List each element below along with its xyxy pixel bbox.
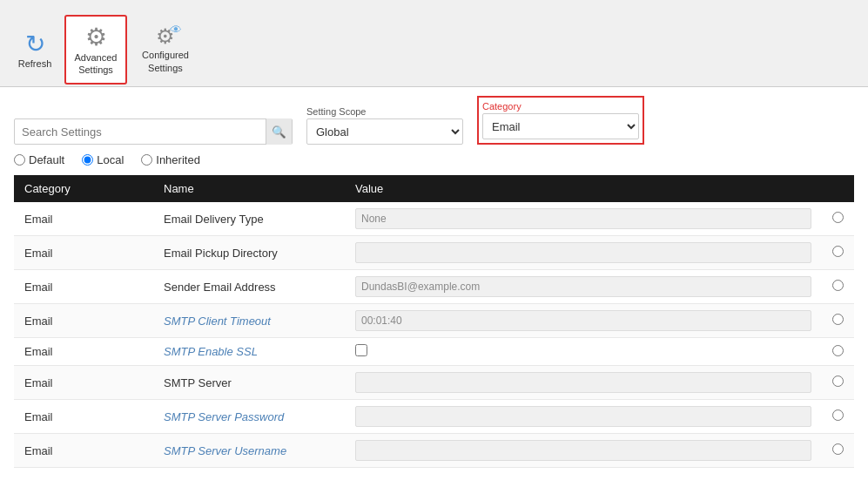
cell-radio <box>822 202 854 236</box>
row-radio[interactable] <box>832 443 844 455</box>
table-row: EmailEmail Delivery Type <box>14 202 854 236</box>
scope-label: Setting Scope <box>306 106 463 117</box>
col-header-value: Value <box>345 175 822 202</box>
row-radio[interactable] <box>832 409 844 421</box>
cell-category: Email <box>14 366 153 400</box>
cell-category: Email <box>14 236 153 270</box>
refresh-icon: ↻ <box>25 30 45 58</box>
advanced-settings-label: AdvancedSettings <box>75 51 118 77</box>
configured-settings-label: ConfiguredSettings <box>142 49 189 74</box>
cell-radio <box>822 270 854 304</box>
radio-local-label[interactable]: Local <box>82 153 124 166</box>
cell-name[interactable]: SMTP Enable SSL <box>153 338 345 366</box>
row-radio[interactable] <box>832 314 844 325</box>
cell-radio <box>822 304 854 338</box>
table-row: EmailSMTP Client Timeout <box>14 304 854 338</box>
table-row: EmailSMTP Server Username <box>14 434 854 468</box>
cell-name[interactable]: SMTP Client Timeout <box>153 304 345 338</box>
cell-name: SMTP Server <box>153 366 345 400</box>
cell-category: Email <box>14 304 153 338</box>
cell-category: Email <box>14 338 153 366</box>
advanced-settings-button[interactable]: ⚙ AdvancedSettings <box>64 15 127 85</box>
radio-default[interactable] <box>14 154 25 166</box>
category-group: Category Email <box>477 96 644 145</box>
main-content: 🔍 Setting Scope Global Category Email De… <box>0 87 868 477</box>
cell-name[interactable]: SMTP Server Username <box>153 434 345 468</box>
cell-category: Email <box>14 434 153 468</box>
value-input[interactable] <box>355 310 811 331</box>
configured-settings-button[interactable]: ⚙👁 ConfiguredSettings <box>131 15 200 85</box>
row-radio[interactable] <box>832 212 844 223</box>
search-box: 🔍 <box>14 118 293 145</box>
table-row: EmailSMTP Server <box>14 366 854 400</box>
value-input[interactable] <box>355 276 811 297</box>
configured-icon: ⚙👁 <box>156 24 175 49</box>
search-icon: 🔍 <box>272 125 286 139</box>
cell-category: Email <box>14 270 153 304</box>
table-row: EmailSMTP Enable SSL <box>14 338 854 366</box>
cell-value <box>345 366 822 400</box>
table-row: EmailSMTP Server Password <box>14 400 854 434</box>
cell-radio <box>822 236 854 270</box>
cell-name[interactable]: SMTP Server Password <box>153 400 345 434</box>
cell-value <box>345 434 822 468</box>
value-input[interactable] <box>355 242 811 263</box>
table-row: EmailEmail Pickup Directory <box>14 236 854 270</box>
cell-name: Sender Email Address <box>153 270 345 304</box>
value-checkbox[interactable] <box>355 344 367 356</box>
gear-icon: ⚙ <box>85 23 107 51</box>
refresh-button[interactable]: ↻ Refresh <box>9 15 61 85</box>
cell-value <box>345 236 822 270</box>
cell-value <box>345 304 822 338</box>
table-header-row: Category Name Value <box>14 175 854 202</box>
radio-inherited-label[interactable]: Inherited <box>141 153 200 166</box>
cell-value <box>345 270 822 304</box>
value-input[interactable] <box>355 208 811 229</box>
row-radio[interactable] <box>832 280 844 291</box>
radio-row: Default Local Inherited <box>14 153 854 166</box>
row-radio[interactable] <box>832 376 844 387</box>
table-row: EmailSender Email Address <box>14 270 854 304</box>
toolbar: GENERAL ↻ Refresh ⚙ AdvancedSettings ⚙👁 … <box>0 0 868 87</box>
search-input[interactable] <box>15 125 266 139</box>
cell-category: Email <box>14 400 153 434</box>
value-input[interactable] <box>355 406 811 427</box>
category-select[interactable]: Email <box>482 113 639 139</box>
col-header-name: Name <box>153 175 345 202</box>
value-input[interactable] <box>355 440 811 461</box>
row-radio[interactable] <box>832 345 844 356</box>
cell-name: Email Delivery Type <box>153 202 345 236</box>
cell-radio <box>822 366 854 400</box>
filter-row: 🔍 Setting Scope Global Category Email <box>14 96 854 145</box>
radio-inherited[interactable] <box>141 154 152 166</box>
cell-radio <box>822 434 854 468</box>
row-radio[interactable] <box>832 246 844 257</box>
col-header-category: Category <box>14 175 153 202</box>
cell-radio <box>822 338 854 366</box>
refresh-label: Refresh <box>18 58 52 69</box>
cell-value <box>345 338 822 366</box>
cell-value <box>345 400 822 434</box>
scope-group: Setting Scope Global <box>306 106 463 145</box>
cell-radio <box>822 400 854 434</box>
col-header-radio <box>822 175 854 202</box>
scope-select[interactable]: Global <box>306 118 463 145</box>
category-label: Category <box>482 101 639 112</box>
radio-local[interactable] <box>82 154 93 166</box>
cell-value <box>345 202 822 236</box>
cell-category: Email <box>14 202 153 236</box>
cell-name: Email Pickup Directory <box>153 236 345 270</box>
value-input[interactable] <box>355 372 811 393</box>
search-button[interactable]: 🔍 <box>266 118 292 145</box>
settings-table: Category Name Value EmailEmail Delivery … <box>14 175 854 468</box>
radio-default-label[interactable]: Default <box>14 153 64 166</box>
